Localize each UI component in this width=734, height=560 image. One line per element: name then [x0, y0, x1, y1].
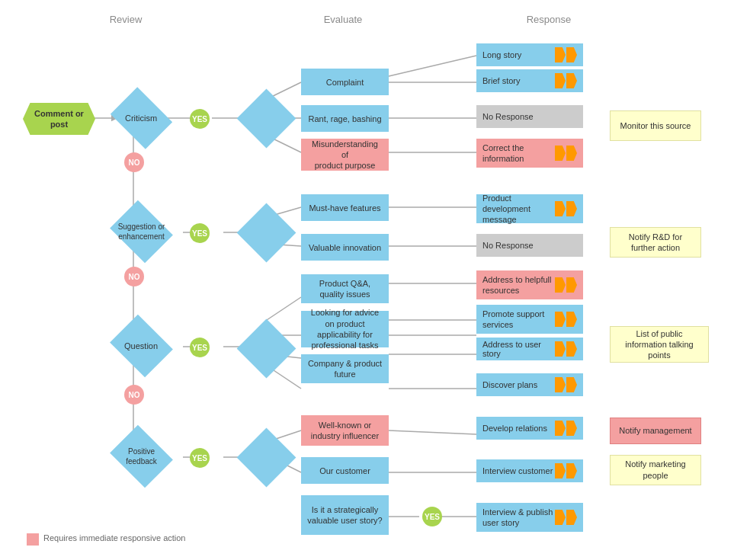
no-circle-question: NO	[124, 385, 144, 405]
note-management: Notify management	[610, 418, 701, 444]
eval-our-customer: Our customer	[301, 457, 389, 484]
yes-circle-positive: YES	[190, 448, 210, 468]
yes-circle-strategic: YES	[422, 507, 442, 526]
resp-product-dev: Product development message	[476, 194, 583, 223]
arrow-icon-4	[554, 201, 577, 216]
resp-brief-story: Brief story	[476, 69, 583, 92]
diamond-positive: Positive feedback	[110, 425, 173, 488]
arrow-icon-6	[554, 312, 577, 327]
resp-user-story: Address to user story	[476, 338, 583, 360]
eval-diamond-positive	[237, 428, 296, 488]
eval-company-future: Company & product future	[301, 354, 389, 383]
arrow-icon-3	[554, 146, 577, 161]
note-marketing: Notify marketing people	[610, 455, 701, 485]
eval-misunderstanding: Misunderstanding of product purpose	[301, 139, 389, 171]
eval-diamond-question	[237, 319, 296, 379]
note-monitor: Monitor this source	[610, 110, 701, 141]
header-evaluate: Evaluate	[282, 14, 404, 25]
no-circle-suggestion: NO	[124, 267, 144, 286]
eval-diamond-criticism	[237, 89, 296, 149]
header-review: Review	[72, 14, 179, 25]
arrow-icon-9	[554, 421, 577, 436]
eval-strategic: Is it a strategically valuable user stor…	[301, 495, 389, 535]
eval-complaint: Complaint	[301, 69, 389, 95]
arrow-icon-2	[554, 73, 577, 88]
svg-line-22	[267, 297, 301, 320]
arrow-icon-8	[554, 377, 577, 392]
arrow-icon-1	[554, 47, 577, 62]
resp-correct-info: Correct the information	[476, 139, 583, 168]
diagram-container: Review Evaluate Response Comment or post…	[0, 0, 734, 560]
yes-circle-suggestion: YES	[190, 223, 210, 243]
eval-rant: Rant, rage, bashing	[301, 105, 389, 132]
eval-influencer: Well-known or industry influencer	[301, 415, 389, 446]
resp-promote-support: Promote support services	[476, 305, 583, 334]
resp-interview-customer: Interview customer	[476, 459, 583, 482]
svg-line-6	[389, 56, 476, 76]
no-circle-criticism: NO	[124, 152, 144, 172]
arrow-icon-11	[554, 510, 577, 525]
eval-qa: Product Q&A, quality issues	[301, 274, 389, 303]
eval-advice: Looking for advice on product applicabil…	[301, 311, 389, 347]
diamond-criticism: Criticism	[111, 87, 172, 149]
start-node: Comment or post	[23, 103, 95, 135]
legend-label: Requires immediate responsive action	[43, 533, 185, 542]
resp-no-response-1: No Response	[476, 105, 583, 128]
resp-no-response-2: No Response	[476, 234, 583, 257]
diamond-suggestion: Suggestion or enhancement	[110, 200, 173, 264]
legend-pink-box	[27, 533, 39, 546]
eval-valuable: Valuable innovation	[301, 234, 389, 261]
note-public-info: List of public information talking point…	[610, 326, 709, 363]
arrow-icon-10	[554, 463, 577, 478]
yes-circle-question: YES	[190, 338, 210, 357]
resp-discover-plans: Discover plans	[476, 373, 583, 396]
yes-circle-criticism: YES	[190, 109, 210, 129]
note-rnd: Notify R&D for further action	[610, 227, 701, 258]
resp-interview-publish: Interview & publish user story	[476, 503, 583, 532]
resp-long-story: Long story	[476, 43, 583, 66]
header-response: Response	[488, 14, 610, 25]
diamond-question: Question	[110, 315, 173, 378]
eval-diamond-suggestion	[237, 203, 296, 263]
svg-line-37	[389, 430, 476, 434]
resp-helpful-resources: Address to helpfull resources	[476, 270, 583, 299]
resp-develop-relations: Develop relations	[476, 417, 583, 440]
arrow-icon-7	[554, 341, 577, 357]
arrow-icon-5	[554, 277, 577, 293]
eval-must-have: Must-have features	[301, 194, 389, 221]
